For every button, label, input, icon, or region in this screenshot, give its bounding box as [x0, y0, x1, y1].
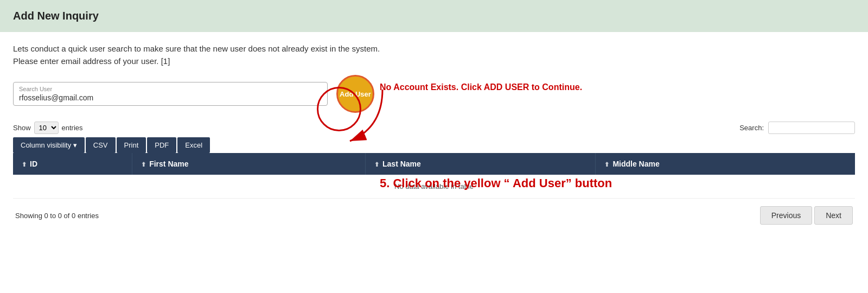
- col-last-name[interactable]: ⬆Last Name: [366, 153, 596, 175]
- entries-label: entries: [62, 124, 83, 132]
- table-header-row: ⬆ID ⬆First Name ⬆Last Name ⬆Middle Name: [13, 153, 855, 175]
- table-controls-left: Show 10 25 50 entries: [13, 122, 83, 134]
- search-input-wrapper[interactable]: Search User rfosselius@gmail.com: [13, 82, 328, 106]
- show-select[interactable]: 10 25 50: [34, 122, 59, 134]
- search-input-value: rfosselius@gmail.com: [19, 93, 322, 102]
- data-table: ⬆ID ⬆First Name ⬆Last Name ⬆Middle Name …: [13, 153, 855, 199]
- next-button[interactable]: Next: [814, 206, 853, 225]
- table-search-input[interactable]: [768, 122, 855, 134]
- page-title: Add New Inquiry: [13, 10, 855, 22]
- show-label: Show: [13, 124, 31, 132]
- pdf-button[interactable]: PDF: [147, 137, 176, 153]
- col-middle-name[interactable]: ⬆Middle Name: [596, 153, 855, 175]
- description-line2: Please enter email address of your user.…: [13, 55, 855, 68]
- no-data-message: No data available in table: [13, 175, 855, 199]
- excel-button[interactable]: Excel: [177, 137, 210, 153]
- pagination: Previous Next: [760, 206, 853, 225]
- search-label: Search:: [739, 124, 764, 132]
- action-buttons: Column visibility ▾ CSV Print PDF Excel: [13, 137, 855, 153]
- search-input-label: Search User: [19, 86, 322, 92]
- col-first-name[interactable]: ⬆First Name: [132, 153, 366, 175]
- previous-button[interactable]: Previous: [760, 206, 812, 225]
- column-visibility-label: Column visibility ▾: [21, 141, 77, 149]
- description: Lets conduct a quick user search to make…: [13, 43, 855, 67]
- print-button[interactable]: Print: [117, 137, 146, 153]
- no-data-row: No data available in table: [13, 175, 855, 199]
- search-row: Search User rfosselius@gmail.com Add Use…: [13, 75, 855, 113]
- main-content: Lets conduct a quick user search to make…: [0, 32, 868, 230]
- table-controls-right: Search:: [739, 122, 855, 134]
- column-visibility-button[interactable]: Column visibility ▾: [13, 137, 85, 153]
- page-header: Add New Inquiry: [0, 0, 868, 32]
- csv-button[interactable]: CSV: [86, 137, 116, 153]
- col-id[interactable]: ⬆ID: [13, 153, 132, 175]
- table-footer: Showing 0 to 0 of 0 entries Previous Nex…: [13, 199, 855, 230]
- description-line1: Lets conduct a quick user search to make…: [13, 43, 855, 55]
- showing-label: Showing 0 to 0 of 0 entries: [15, 212, 99, 220]
- table-controls: Show 10 25 50 entries Search:: [13, 122, 855, 134]
- add-user-button[interactable]: Add User: [336, 75, 374, 113]
